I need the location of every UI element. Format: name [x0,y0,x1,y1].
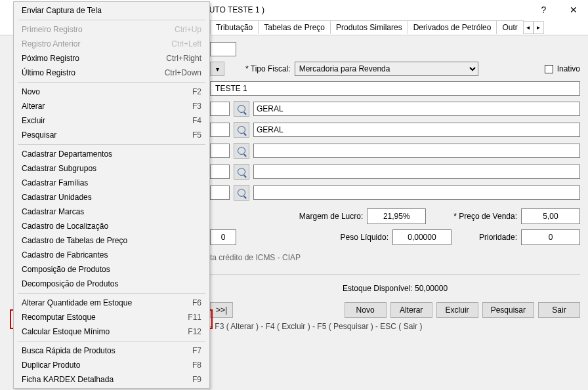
menu-item[interactable]: Enviar Captura de Tela [15,3,208,18]
peso-value[interactable]: 0,00000 [392,229,452,245]
stock-line: Estoque Disponível: 50,00000 [210,284,580,293]
menu-item[interactable]: Cadastrar Departamentos [15,147,208,161]
menu-item[interactable]: Recomputar EstoqueF11 [15,310,208,324]
menu-item-label: Excluir [22,116,192,125]
menu-item-label: Novo [22,87,192,96]
code-input[interactable] [210,42,236,56]
menu-item-shortcut: Ctrl+Up [175,25,201,34]
menu-item[interactable]: NovoF2 [15,85,208,99]
sub-desc-input[interactable] [253,123,580,137]
menu-item-label: Cadastrar Unidades [22,193,201,202]
margem-label: Margem de Lucro: [299,212,363,221]
menu-item-label: Alterar Quantidade em Estoque [22,298,192,307]
menu-separator [18,341,205,341]
alterar-button[interactable]: Alterar [390,302,432,318]
fam-desc-input[interactable] [253,144,580,158]
lookup-sub-button[interactable] [234,122,249,138]
fam-code-input[interactable] [210,144,230,158]
tab-outros[interactable]: Outr [496,20,523,34]
menu-item-shortcut: F11 [188,313,201,322]
tab-tributacao[interactable]: Tributação [210,20,259,34]
tab-tabelas-preco[interactable]: Tabelas de Preço [258,20,331,34]
tab-scroll-left[interactable]: ◂ [523,21,534,34]
menu-separator [18,293,205,294]
menu-item[interactable]: ExcluirF4 [15,113,208,128]
tab-produtos-similares[interactable]: Produtos Similares [330,20,408,34]
menu-item-label: Cadastrar Marcas [22,207,201,216]
sair-button[interactable]: Sair [538,302,580,318]
tab-derivados-petroleo[interactable]: Derivados de Petróleo [408,20,497,34]
menu-item[interactable]: Cadastrar Marcas [15,205,208,219]
menu-item-label: Ficha KARDEX Detalhada [22,375,192,384]
menu-item-label: Busca Rápida de Produtos [22,346,192,355]
menu-item[interactable]: Decomposição de Produtos [15,277,208,291]
menu-item-label: Primeiro Registro [22,25,175,34]
close-button[interactable]: ✕ [558,0,588,20]
credit-line: ta crédito de ICMS - CIAP [210,250,580,269]
marca-desc-input[interactable] [253,165,580,179]
menu-item-label: Registro Anterior [22,39,171,49]
help-button[interactable]: ? [529,0,558,20]
window: DUTO TESTE 1 ) ? ✕ Tributação Tabelas de… [0,0,588,390]
search-icon [238,147,245,155]
descricao-input[interactable] [210,81,580,96]
margem-value[interactable]: 21,95% [367,208,426,224]
dep-code-input[interactable] [210,102,230,116]
lookup-marca-button[interactable] [234,164,249,180]
menu-item-label: Composição de Produtos [22,265,201,274]
menu-item-shortcut: F8 [192,361,201,370]
novo-button[interactable]: Novo [345,302,387,318]
menu-item-label: Cadastro de Fabricantes [22,250,201,260]
menu-item[interactable]: AlterarF3 [15,99,208,113]
marca-code-input[interactable] [210,165,230,179]
prioridade-value[interactable]: 0 [521,229,580,245]
menu-item-shortcut: Ctrl+Left [171,39,201,49]
fab-desc-input[interactable] [253,185,580,200]
menu-item-label: Pesquisar [22,130,192,140]
menu-item[interactable]: Busca Rápida de ProdutosF7 [15,343,208,358]
menu-item[interactable]: Cadastrar Unidades [15,190,208,205]
tipo-fiscal-select[interactable]: Mercadoria para Revenda [295,62,478,76]
inativo-checkbox[interactable] [545,65,553,73]
pesquisar-button[interactable]: Pesquisar [482,302,534,318]
zero-box[interactable]: 0 [210,229,236,245]
shortcut-footer: - F3 ( Alterar ) - F4 ( Excluir ) - F5 (… [210,318,580,335]
sub-code-input[interactable] [210,123,230,137]
menu-item[interactable]: PesquisarF5 [15,128,208,142]
menu-item[interactable]: Calcular Estoque MínimoF12 [15,324,208,339]
preco-label: * Preço de Venda: [453,212,517,221]
excluir-button[interactable]: Excluir [436,302,478,318]
nav-last-button[interactable]: >>| [210,302,233,318]
menu-item[interactable]: Duplicar ProdutoF8 [15,358,208,372]
preco-value[interactable]: 5,00 [521,208,580,224]
dropdown-button[interactable]: ▾ [210,62,224,76]
menu-item-label: Cadastro de Tabelas de Preço [22,236,201,245]
menu-item-label: Cadastro de Localização [22,222,201,231]
menu-item[interactable]: Último RegistroCtrl+Down [15,66,208,80]
fab-code-input[interactable] [210,185,230,200]
peso-label: Peso Líquido: [341,233,388,242]
menu-item-shortcut: F4 [192,116,201,125]
tab-scroll-right[interactable]: ▸ [534,21,544,34]
menu-item-shortcut: F9 [192,375,201,384]
menu-item-label: Duplicar Produto [22,361,192,370]
menu-item-label: Calcular Estoque Mínimo [22,327,188,336]
menu-item-shortcut: F5 [192,130,201,140]
lookup-fab-button[interactable] [234,185,249,201]
lookup-dep-button[interactable] [234,101,249,117]
menu-item-label: Enviar Captura de Tela [22,6,201,15]
dep-desc-input[interactable] [253,102,580,116]
menu-item[interactable]: Cadastro de Localização [15,219,208,233]
menu-item[interactable]: Ficha KARDEX DetalhadaF9 [15,372,208,387]
menu-item[interactable]: Alterar Quantidade em EstoqueF6 [15,296,208,310]
menu-item[interactable]: Composição de Produtos [15,262,208,277]
menu-item[interactable]: Cadastrar Subgrupos [15,161,208,176]
menu-item[interactable]: Cadastrar Famílias [15,176,208,190]
menu-item[interactable]: Póximo RegistroCtrl+Right [15,51,208,66]
menu-item-label: Alterar [22,102,192,111]
menu-item[interactable]: Cadastro de Tabelas de Preço [15,233,208,248]
menu-item-label: Último Registro [22,68,165,77]
lookup-fam-button[interactable] [234,143,249,159]
menu-separator [18,20,205,20]
menu-item[interactable]: Cadastro de Fabricantes [15,248,208,262]
